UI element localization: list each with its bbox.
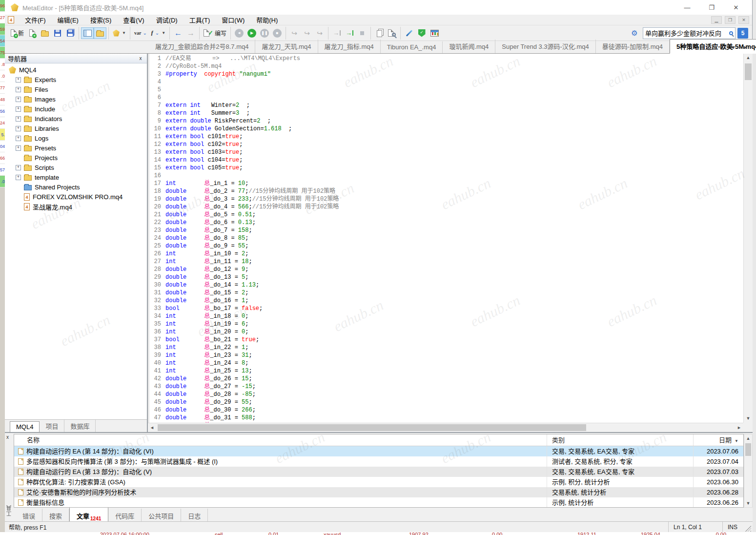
insert-function-button[interactable]: ƒ ⌄ ▼ [149, 27, 167, 39]
tree-root-mql4[interactable]: MQL4 [5, 65, 147, 75]
article-row-2[interactable]: 构建自动运行的 EA (第 13 部分)：自动化 (V)交易, 交易系统, EA… [14, 467, 743, 477]
scroll-left-icon[interactable]: ◄ [148, 423, 156, 432]
mdi-minimize-button[interactable]: ▁ [711, 16, 722, 24]
run-to-cursor-button[interactable]: → [330, 27, 343, 39]
tree-item-images[interactable]: +Images [5, 94, 147, 104]
search-in-files-button[interactable] [386, 27, 398, 39]
file-tab-6[interactable]: 暴徒源码-加限制.mq4 [596, 40, 670, 53]
step-into-button[interactable]: ↪ [288, 27, 301, 39]
file-tab-5[interactable]: Super Trend 3.3源码-汉化.mq4 [495, 40, 595, 53]
navigator-tab-1[interactable]: 项目 [40, 420, 64, 432]
scroll-down-icon[interactable]: ▼ [744, 499, 752, 507]
toggle-navigator-button[interactable] [81, 27, 94, 39]
scroll-down-icon[interactable]: ▼ [744, 414, 753, 423]
stop-debug-button[interactable]: ■ [271, 27, 284, 39]
file-tab-0[interactable]: 屠龙刀_金额追踪合并2号8.7.mq4 [149, 40, 255, 53]
expand-plus-icon[interactable]: + [16, 126, 21, 131]
article-row-4[interactable]: 艾伦·安德鲁斯和他的时间序列分析技术交易系统, 统计分析2023.06.28 [14, 487, 743, 497]
toolbox-scrollbar[interactable]: ▲ ▼ [744, 434, 753, 508]
expand-plus-icon[interactable]: + [16, 116, 21, 122]
tree-item-logs[interactable]: +Logs [5, 133, 147, 143]
mql5-community-button[interactable]: 5 [737, 28, 748, 39]
menu-item-d[interactable]: 调试(D) [150, 16, 184, 25]
tree-item-projects[interactable]: Projects [5, 153, 147, 163]
maximize-button[interactable]: ❐ [706, 4, 717, 11]
start-debug-button[interactable]: ▶ [245, 27, 258, 39]
scroll-thumb[interactable] [745, 443, 751, 456]
open-terminal-button[interactable] [428, 27, 441, 39]
file-tab-4[interactable]: 璇玑新闻.mq4 [443, 40, 495, 53]
tree-item-files[interactable]: +Files [5, 84, 147, 94]
tree-item-indicators[interactable]: +Indicators [5, 114, 147, 123]
navigate-back-button[interactable]: ← [172, 27, 184, 39]
navigator-close-icon[interactable]: x [137, 56, 144, 61]
mdi-close-button[interactable]: ✕ [738, 16, 749, 24]
minimize-button[interactable]: — [682, 4, 693, 11]
tree-item-include[interactable]: +Include [5, 104, 147, 114]
menu-item-t[interactable]: 工具(T) [184, 16, 216, 25]
file-tab-1[interactable]: 屠龙刀_天玑.mq4 [255, 40, 318, 53]
breakpoint-button[interactable] [356, 27, 368, 39]
save-all-button[interactable] [64, 27, 77, 39]
new-project-button[interactable]: + [26, 27, 39, 39]
tree-item------mq4[interactable]: 4圣战屠龙.mq4 [5, 202, 147, 211]
run-to-breakpoint-button[interactable]: → [343, 27, 356, 39]
tab-scroll-left-button[interactable]: ◄ [729, 43, 736, 51]
tree-item-shared-projects[interactable]: Shared Projects [5, 182, 147, 192]
tree-item-forex-vzlomshik-pro-mq4[interactable]: 4FOREX VZLOMSHIK PRO.mq4 [5, 192, 147, 202]
expand-plus-icon[interactable]: + [16, 136, 21, 141]
mql5-reference-button[interactable]: ▼ [111, 27, 128, 39]
tree-item-scripts[interactable]: +Scripts [5, 163, 147, 172]
insert-variable-button[interactable]: var ⌄ [132, 27, 149, 39]
menu-item-s[interactable]: 搜索(S) [84, 16, 117, 25]
expand-plus-icon[interactable]: + [16, 145, 21, 151]
toggle-toolbox-button[interactable] [94, 27, 106, 39]
step-over-button[interactable]: ↪ [301, 27, 313, 39]
search-settings-button[interactable]: ⚙ [628, 27, 641, 39]
styler-button[interactable] [403, 27, 415, 39]
scroll-up-icon[interactable]: ▲ [744, 434, 752, 442]
search-icon[interactable] [729, 31, 733, 35]
menu-item-h[interactable]: 帮助(H) [250, 16, 284, 25]
expand-plus-icon[interactable]: + [16, 165, 21, 170]
open-button[interactable] [39, 27, 51, 39]
expand-plus-icon[interactable]: + [16, 106, 21, 112]
pause-debug-button[interactable]: ❚❚ [258, 27, 271, 39]
article-row-3[interactable]: 种群优化算法: 引力搜索算法 (GSA)示例, 积分, 统计分析2023.06.… [14, 477, 743, 487]
close-button[interactable]: ✕ [731, 4, 741, 11]
expand-plus-icon[interactable]: + [16, 175, 21, 180]
article-row-0[interactable]: 构建自动运行的 EA (第 14 部分)：自动化 (VI)交易, 交易系统, E… [14, 446, 743, 456]
new-file-button[interactable]: + 新 [9, 27, 26, 39]
scroll-up-icon[interactable]: ▲ [744, 54, 753, 62]
search-input[interactable] [645, 29, 729, 37]
menu-item-f[interactable]: 文件(F) [19, 16, 52, 25]
mdi-restore-button[interactable]: ❐ [725, 16, 736, 24]
expand-plus-icon[interactable]: + [16, 87, 21, 92]
scroll-thumb[interactable] [158, 424, 586, 431]
compile-button[interactable]: ✓ 编写 [202, 27, 228, 39]
navigate-forward-button[interactable]: → [184, 27, 197, 39]
column-header-name[interactable]: 名称 [14, 434, 547, 446]
code-editor[interactable]: 1//EA交易 => ...\MT4\MQL4\Experts2//CyRoBo… [148, 54, 753, 432]
column-header-date[interactable]: 日期▼ [694, 434, 743, 446]
scroll-thumb[interactable] [745, 63, 752, 80]
menu-item-w[interactable]: 窗口(W) [216, 16, 250, 25]
tree-item-experts[interactable]: +Experts [5, 75, 147, 84]
tree-item-template[interactable]: +template [5, 172, 147, 182]
navigator-tab-0[interactable]: MQL4 [10, 421, 40, 432]
profiler-button[interactable] [373, 27, 386, 39]
tree-item-libraries[interactable]: +Libraries [5, 123, 147, 133]
restart-debug-button[interactable]: ◄ [233, 27, 245, 39]
check-syntax-button[interactable]: ✓ [415, 27, 428, 39]
article-row-5[interactable]: 衡量指标信息示例, 统计分析2023.06.26 [14, 497, 743, 508]
tree-item-presets[interactable]: +Presets [5, 143, 147, 153]
resize-grip[interactable] [745, 526, 751, 532]
save-button[interactable] [51, 27, 64, 39]
expand-plus-icon[interactable]: + [16, 77, 21, 82]
tab-scroll-right-button[interactable]: ► [741, 43, 749, 51]
menu-item-v[interactable]: 查看(V) [117, 16, 150, 25]
scroll-right-icon[interactable]: ► [735, 423, 743, 432]
navigator-tab-2[interactable]: 数据库 [64, 420, 96, 432]
editor-vertical-scrollbar[interactable]: ▲ ▼ [743, 54, 753, 423]
article-row-1[interactable]: 多层感知器和反向传播算法 (第 3 部分)：与策略测试器集成 - 概述 (I)测… [14, 456, 743, 467]
